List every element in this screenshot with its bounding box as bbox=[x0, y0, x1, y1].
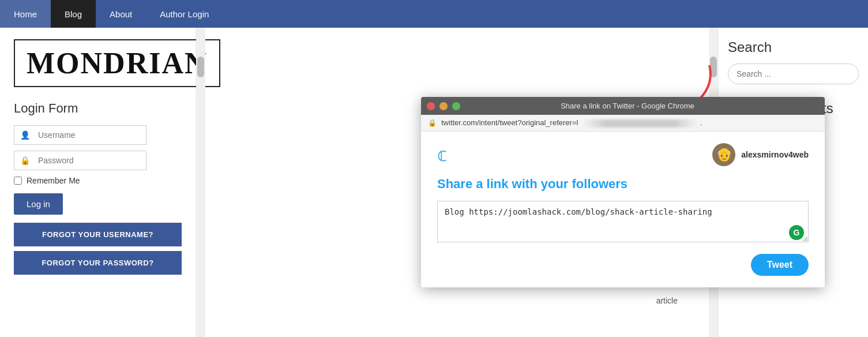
nav-about[interactable]: About bbox=[96, 0, 146, 28]
popup-body: 𝕔 👴 alexsmirnov4web Share a link with yo… bbox=[421, 132, 825, 287]
user-name: alexsmirnov4web bbox=[741, 150, 809, 159]
username-input[interactable] bbox=[36, 126, 146, 144]
nav-home[interactable]: Home bbox=[0, 0, 51, 28]
popup-close-btn[interactable] bbox=[427, 102, 435, 110]
twitter-popup: Share a link on Twitter - Google Chrome … bbox=[421, 97, 825, 287]
article-text: article bbox=[656, 296, 678, 305]
address-text: twitter.com/intent/tweet?original_refere… bbox=[441, 118, 818, 128]
address-lock-icon: 🔒 bbox=[428, 119, 437, 127]
scroll-thumb bbox=[197, 57, 204, 77]
scroll-track[interactable] bbox=[196, 28, 205, 337]
password-input[interactable] bbox=[36, 151, 146, 170]
user-info: 👴 alexsmirnov4web bbox=[712, 143, 809, 166]
login-button[interactable]: Log in bbox=[14, 193, 63, 215]
forgot-username-button[interactable]: FORGOT YOUR USERNAME? bbox=[14, 223, 182, 246]
popup-header-row: 𝕔 👴 alexsmirnov4web bbox=[437, 143, 809, 166]
remember-me-row: Remember Me bbox=[14, 176, 182, 185]
main-content: Share a link on Twitter - Google Chrome … bbox=[196, 28, 718, 337]
twitter-bird-icon: 𝕔 bbox=[437, 144, 448, 166]
username-input-group: 👤 bbox=[14, 125, 146, 145]
grammarly-icon: G bbox=[789, 225, 804, 240]
popup-titlebar: Share a link on Twitter - Google Chrome bbox=[421, 97, 825, 115]
user-icon: 👤 bbox=[14, 126, 36, 144]
search-input[interactable] bbox=[728, 63, 859, 84]
popup-heading: Share a link with your followers bbox=[437, 177, 809, 192]
logo-text: MONDRIAN bbox=[27, 47, 208, 80]
popup-title-text: Share a link on Twitter - Google Chrome bbox=[436, 102, 819, 110]
main-nav: Home Blog About Author Login bbox=[0, 0, 868, 28]
logo-box: MONDRIAN bbox=[14, 39, 220, 87]
search-heading: Search bbox=[728, 39, 859, 55]
tweet-textarea-wrap: G bbox=[437, 201, 809, 245]
remember-me-label: Remember Me bbox=[27, 176, 80, 185]
sidebar-left: MONDRIAN Login Form 👤 🔒 Remember Me Log … bbox=[0, 28, 196, 337]
lock-icon: 🔒 bbox=[14, 151, 36, 170]
tweet-button[interactable]: Tweet bbox=[751, 254, 809, 276]
tweet-actions: Tweet bbox=[437, 254, 809, 276]
page-wrap: MONDRIAN Login Form 👤 🔒 Remember Me Log … bbox=[0, 28, 868, 337]
login-heading: Login Form bbox=[14, 101, 182, 116]
password-input-group: 🔒 bbox=[14, 151, 146, 170]
login-section: Login Form 👤 🔒 Remember Me Log in FORGOT… bbox=[14, 101, 182, 275]
popup-addressbar: 🔒 twitter.com/intent/tweet?original_refe… bbox=[421, 115, 825, 132]
nav-blog[interactable]: Blog bbox=[51, 0, 96, 28]
tweet-textarea[interactable] bbox=[437, 201, 809, 242]
nav-author-login[interactable]: Author Login bbox=[146, 0, 223, 28]
forgot-password-button[interactable]: FORGOT YOUR PASSWORD? bbox=[14, 251, 182, 275]
remember-me-checkbox[interactable] bbox=[14, 177, 22, 185]
user-avatar: 👴 bbox=[712, 143, 735, 166]
